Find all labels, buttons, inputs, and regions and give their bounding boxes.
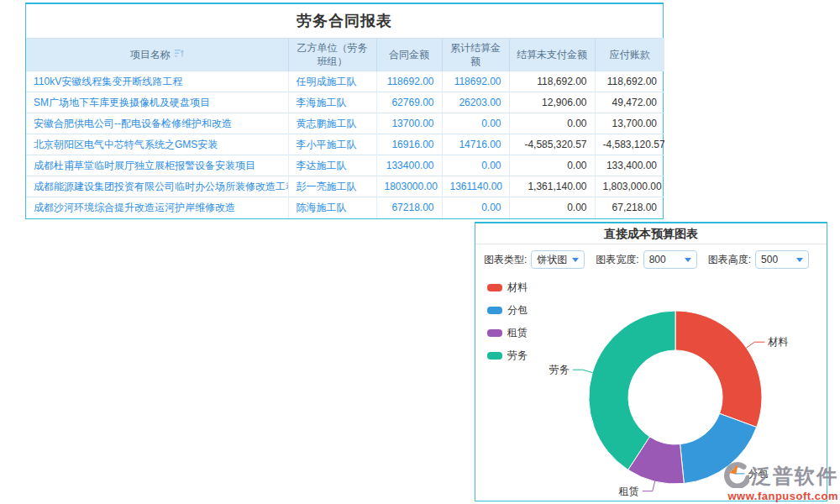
column-header-unpaid-amount: 结算未支付金额 bbox=[509, 39, 595, 71]
column-header-contract-amount: 合同金额 bbox=[376, 39, 442, 71]
unpaid-amount-cell: 12,906.00 bbox=[509, 92, 595, 113]
legend-label: 租赁 bbox=[507, 326, 528, 340]
contract-amount-cell: 16916.00 bbox=[376, 134, 442, 155]
project-name-cell[interactable]: 安徽合肥供电公司--配电设备检修维护和改造 bbox=[26, 113, 288, 134]
legend-swatch bbox=[487, 352, 502, 360]
project-name-cell[interactable]: 成都能源建设集团投资有限公司临时办公场所装修改造工程EPC bbox=[26, 176, 288, 197]
sort-icon[interactable] bbox=[175, 48, 184, 61]
legend-item-租赁[interactable]: 租赁 bbox=[487, 326, 528, 340]
legend-item-材料[interactable]: 材料 bbox=[487, 281, 528, 295]
settled-amount-cell: 14716.00 bbox=[442, 134, 509, 155]
contract-amount-cell: 1803000.00 bbox=[376, 176, 442, 197]
column-header-unit: 乙方单位（劳务班组） bbox=[288, 39, 376, 71]
contract-amount-cell: 67218.00 bbox=[376, 197, 442, 218]
pie-label-line-材料 bbox=[747, 342, 765, 348]
payable-cell: 67,218.00 bbox=[595, 197, 664, 218]
contract-amount-cell: 62769.00 bbox=[376, 92, 442, 113]
payable-cell: 133,400.00 bbox=[595, 155, 664, 176]
fanpu-logo-icon bbox=[717, 461, 749, 491]
chart-title: 直接成本预算图表 bbox=[475, 223, 827, 244]
unit-cell[interactable]: 彭一亮施工队 bbox=[288, 176, 376, 197]
contract-amount-cell: 13700.00 bbox=[376, 113, 442, 134]
table-row: SM广场地下车库更换摄像机及硬盘项目李海施工队62769.0026203.001… bbox=[26, 92, 664, 113]
unpaid-amount-cell: 0.00 bbox=[509, 113, 595, 134]
report-title: 劳务合同报表 bbox=[26, 4, 663, 38]
contract-amount-cell: 133400.00 bbox=[376, 155, 442, 176]
legend-swatch bbox=[487, 329, 502, 337]
unpaid-amount-cell: 0.00 bbox=[509, 197, 595, 218]
column-header-payable: 应付账款 bbox=[595, 39, 664, 71]
labor-contract-report-card: 劳务合同报表 项目名称 bbox=[25, 3, 664, 219]
table-row: 北京朝阳区电气中芯特气系统之GMS安装李小平施工队16916.0014716.0… bbox=[26, 134, 664, 155]
project-name-cell[interactable]: SM广场地下车库更换摄像机及硬盘项目 bbox=[26, 92, 288, 113]
payable-cell: 118,692.00 bbox=[595, 71, 664, 92]
column-header-settled-amount: 累计结算金额 bbox=[442, 39, 509, 71]
pie-label-line-劳务 bbox=[573, 370, 593, 372]
unpaid-amount-cell: 118,692.00 bbox=[509, 71, 595, 92]
settled-amount-cell: 26203.00 bbox=[442, 92, 509, 113]
legend-item-分包[interactable]: 分包 bbox=[487, 303, 528, 318]
legend-label: 劳务 bbox=[507, 349, 528, 363]
legend-item-劳务[interactable]: 劳务 bbox=[487, 349, 528, 363]
unit-cell[interactable]: 李达施工队 bbox=[288, 155, 376, 176]
legend-swatch bbox=[487, 307, 502, 314]
pie-label-材料: 材料 bbox=[767, 336, 788, 348]
unit-cell[interactable]: 李小平施工队 bbox=[288, 134, 376, 155]
unpaid-amount-cell: 1,361,140.00 bbox=[509, 176, 595, 197]
cost-budget-chart-card: 直接成本预算图表 图表类型: 饼状图 图表宽度: 800 图表高度: 500 bbox=[475, 222, 827, 501]
table-row: 成都沙河环境综合提升改造运河护岸维修改造陈海施工队67218.000.000.0… bbox=[26, 197, 664, 218]
legend-label: 分包 bbox=[507, 303, 528, 318]
project-name-cell[interactable]: 成都杜甫草堂临时展厅独立展柜报警设备安装项目 bbox=[26, 155, 288, 176]
payable-cell: 13,700.00 bbox=[595, 113, 664, 134]
project-name-cell[interactable]: 110kV安徽线程集变开断线路工程 bbox=[26, 71, 288, 92]
legend-label: 材料 bbox=[507, 281, 528, 295]
project-name-cell[interactable]: 北京朝阳区电气中芯特气系统之GMS安装 bbox=[26, 134, 288, 155]
chart-legend: 材料分包租赁劳务 bbox=[487, 281, 528, 363]
unit-cell[interactable]: 任明成施工队 bbox=[288, 71, 376, 92]
payable-cell: -4,583,120.57 bbox=[595, 134, 664, 155]
unit-cell[interactable]: 黄志鹏施工队 bbox=[288, 113, 376, 134]
table-row: 成都能源建设集团投资有限公司临时办公场所装修改造工程EPC彭一亮施工队18030… bbox=[26, 176, 664, 197]
legend-swatch bbox=[487, 284, 502, 291]
table-row: 成都杜甫草堂临时展厅独立展柜报警设备安装项目李达施工队133400.000.00… bbox=[26, 155, 664, 176]
watermark-url: www.fanpusoft.com bbox=[727, 490, 838, 502]
pie-label-line-租赁 bbox=[643, 481, 655, 491]
unit-cell[interactable]: 李海施工队 bbox=[288, 92, 376, 113]
report-table-header: 项目名称 乙方单位（劳务班组） bbox=[26, 39, 664, 71]
settled-amount-cell: 118692.00 bbox=[442, 71, 509, 92]
settled-amount-cell: 0.00 bbox=[442, 113, 509, 134]
watermark: 泛普软件 www.fanpusoft.com bbox=[717, 461, 838, 502]
column-header-label: 项目名称 bbox=[130, 48, 171, 61]
pie-slice-材料[interactable] bbox=[675, 311, 762, 428]
project-name-cell[interactable]: 成都沙河环境综合提升改造运河护岸维修改造 bbox=[26, 197, 288, 218]
watermark-name: 泛普软件 bbox=[751, 463, 838, 490]
settled-amount-cell: 1361140.00 bbox=[442, 176, 509, 197]
table-row: 110kV安徽线程集变开断线路工程任明成施工队118692.00118692.0… bbox=[26, 71, 664, 92]
unit-cell[interactable]: 陈海施工队 bbox=[288, 197, 376, 218]
payable-cell: 1,803,000.00 bbox=[595, 176, 664, 197]
contract-amount-cell: 118692.00 bbox=[376, 71, 442, 92]
pie-label-租赁: 租赁 bbox=[618, 486, 639, 497]
report-table: 项目名称 乙方单位（劳务班组） bbox=[26, 38, 664, 218]
unpaid-amount-cell: 0.00 bbox=[509, 155, 595, 176]
payable-cell: 49,472.00 bbox=[595, 92, 664, 113]
report-table-body: 110kV安徽线程集变开断线路工程任明成施工队118692.00118692.0… bbox=[26, 71, 664, 218]
column-header-project-name[interactable]: 项目名称 bbox=[26, 39, 288, 71]
settled-amount-cell: 0.00 bbox=[442, 155, 509, 176]
settled-amount-cell: 0.00 bbox=[442, 197, 509, 218]
page: 劳务合同报表 项目名称 bbox=[0, 0, 840, 504]
table-row: 安徽合肥供电公司--配电设备检修维护和改造黄志鹏施工队13700.000.000… bbox=[26, 113, 664, 134]
unpaid-amount-cell: -4,585,320.57 bbox=[509, 134, 595, 155]
pie-label-劳务: 劳务 bbox=[549, 364, 570, 375]
